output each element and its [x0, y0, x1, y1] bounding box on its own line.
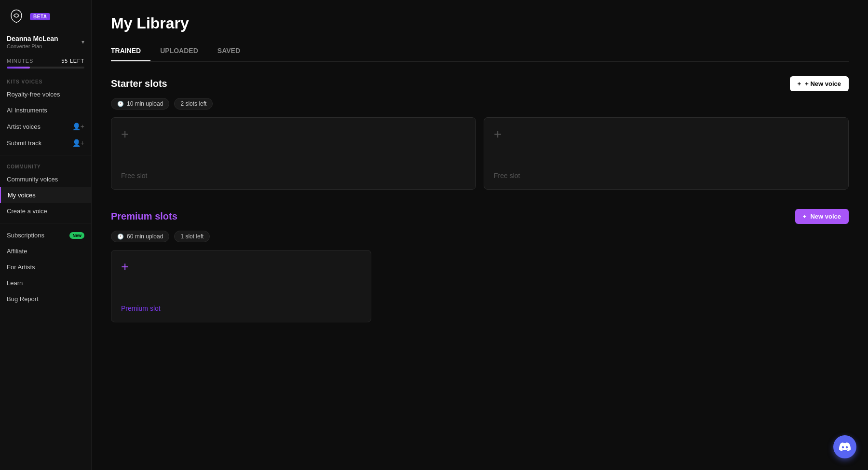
free-slot-2[interactable]: + Free slot — [484, 117, 849, 190]
sidebar-item-community-voices[interactable]: Community voices — [0, 171, 91, 187]
clock-icon-1: 🕐 — [117, 101, 124, 107]
user-name: Deanna McLean — [7, 35, 58, 42]
progress-fill — [7, 67, 30, 69]
logo-icon — [7, 7, 26, 26]
minutes-section: MINUTES 55 left — [0, 54, 91, 74]
tab-uploaded[interactable]: UPLOADED — [160, 42, 208, 61]
sidebar-item-submit-track[interactable]: Submit track 👤+ — [0, 135, 91, 151]
premium-slots-title: Premium slots — [111, 211, 177, 222]
premium-new-voice-button[interactable]: + New voice — [795, 209, 849, 224]
user-plan: Converter Plan — [7, 43, 58, 49]
sidebar-item-create-a-voice[interactable]: Create a voice — [0, 203, 91, 219]
starter-slots-title: Starter slots — [111, 78, 167, 89]
free-slot-1[interactable]: + Free slot — [111, 117, 476, 190]
sidebar-item-bug-report[interactable]: Bug Report — [0, 291, 91, 307]
sidebar-item-for-artists[interactable]: For Artists — [0, 259, 91, 275]
starter-slots-meta: 🕐 10 min upload 2 slots left — [111, 98, 849, 110]
free-slot-1-label: Free slot — [121, 152, 147, 180]
minutes-left: 55 left — [61, 58, 84, 64]
kits-voices-label: KITS VOICES — [0, 74, 91, 86]
add-person-icon: 👤+ — [72, 123, 84, 130]
starter-upload-time-tag: 🕐 10 min upload — [111, 98, 169, 110]
sidebar-header: BETA — [0, 0, 91, 31]
starter-slots-grid: + Free slot + Free slot — [111, 117, 849, 190]
starter-slots-left-tag: 2 slots left — [174, 98, 213, 110]
chevron-down-icon: ▾ — [81, 39, 84, 45]
sidebar-item-artist-voices[interactable]: Artist voices 👤+ — [0, 118, 91, 135]
premium-slots-meta: 🕐 60 min upload 1 slot left — [111, 231, 849, 242]
sidebar-item-royalty-free-voices[interactable]: Royalty-free voices — [0, 86, 91, 102]
starter-slots-header: Starter slots + + New voice — [111, 76, 849, 91]
starter-new-voice-button[interactable]: + + New voice — [790, 76, 849, 91]
plus-icon: + — [798, 80, 801, 87]
community-label: COMMUNITY — [0, 159, 91, 171]
premium-slots-section: Premium slots + New voice 🕐 60 min uploa… — [111, 209, 849, 322]
minutes-label: MINUTES 55 left — [7, 58, 84, 64]
user-section[interactable]: Deanna McLean Converter Plan ▾ — [0, 31, 91, 54]
premium-slots-header: Premium slots + New voice — [111, 209, 849, 224]
sidebar: BETA Deanna McLean Converter Plan ▾ MINU… — [0, 0, 92, 470]
discord-button[interactable] — [833, 435, 856, 458]
add-person-icon-2: 👤+ — [72, 139, 84, 147]
plus-icon-premium: + — [803, 213, 807, 220]
logo-area: BETA — [7, 7, 50, 26]
main-content: My Library TRAINED UPLOADED SAVED Starte… — [92, 0, 868, 470]
premium-slots-left-tag: 1 slot left — [174, 231, 210, 242]
premium-upload-time-tag: 🕐 60 min upload — [111, 231, 169, 242]
starter-slots-section: Starter slots + + New voice 🕐 10 min upl… — [111, 76, 849, 190]
sidebar-item-ai-instruments[interactable]: AI Instruments — [0, 102, 91, 118]
plus-icon-slot-premium: + — [121, 260, 129, 274]
sidebar-item-affiliate[interactable]: Affiliate — [0, 243, 91, 259]
tab-trained[interactable]: TRAINED — [111, 42, 150, 61]
tabs: TRAINED UPLOADED SAVED — [111, 42, 849, 62]
new-badge: New — [69, 232, 84, 239]
premium-slots-grid: + Premium slot — [111, 250, 371, 322]
premium-slot-1[interactable]: + Premium slot — [111, 250, 371, 322]
plus-icon-slot-1: + — [121, 127, 129, 141]
free-slot-2-label: Free slot — [494, 152, 520, 180]
divider-2 — [0, 223, 91, 223]
progress-bar — [7, 67, 84, 69]
divider-1 — [0, 155, 91, 155]
sidebar-item-subscriptions[interactable]: Subscriptions New — [0, 227, 91, 243]
sidebar-item-my-voices[interactable]: My voices — [0, 187, 91, 203]
beta-badge: BETA — [30, 13, 50, 20]
clock-icon-2: 🕐 — [117, 234, 124, 240]
page-title: My Library — [111, 14, 849, 32]
sidebar-item-learn[interactable]: Learn — [0, 275, 91, 291]
premium-slot-1-label: Premium slot — [121, 285, 161, 312]
tab-saved[interactable]: SAVED — [217, 42, 250, 61]
plus-icon-slot-2: + — [494, 127, 502, 141]
